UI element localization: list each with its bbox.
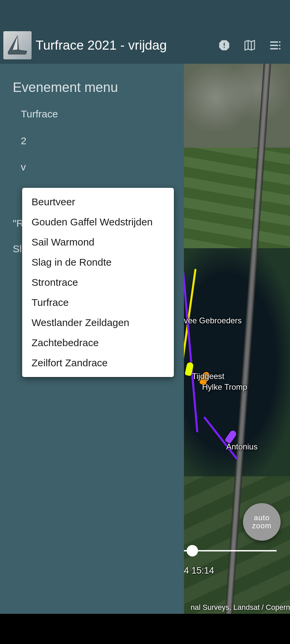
dropdown-item[interactable]: Beurtveer [22, 192, 174, 212]
svg-rect-2 [270, 41, 278, 43]
menu-button[interactable] [269, 39, 282, 52]
nav-bar [0, 614, 290, 644]
map-attribution: nal Surveys, Landsat / Copern [191, 603, 290, 612]
svg-rect-4 [270, 48, 278, 49]
app-logo [3, 31, 32, 59]
status-bar [0, 0, 290, 27]
slider-thumb[interactable] [187, 545, 198, 556]
dropdown-item[interactable]: Gouden Gaffel Wedstrijden [22, 212, 174, 232]
dropdown-item[interactable]: Slag in de Rondte [22, 252, 174, 272]
event-dropdown: Beurtveer Gouden Gaffel Wedstrijden Sail… [22, 188, 174, 377]
map-canvas[interactable]: vee Gebroeders Tijdgeest Hylke Tromp Ant… [184, 64, 290, 614]
map-terrain [184, 64, 290, 148]
map-icon [243, 39, 256, 52]
svg-rect-0 [224, 43, 225, 46]
svg-point-6 [279, 45, 281, 46]
time-display: 4 15:14 [184, 566, 214, 576]
boat-label: Antonius [226, 442, 257, 451]
page-title: Turfrace 2021 - vrijdag [36, 38, 218, 53]
boat-label: vee Gebroeders [184, 316, 242, 325]
boat-label: Hylke Tromp [202, 382, 247, 392]
auto-zoom-button[interactable]: auto zoom [243, 503, 281, 541]
app-bar: Turfrace 2021 - vrijdag [0, 27, 290, 64]
svg-point-7 [279, 48, 281, 50]
svg-rect-1 [224, 47, 225, 48]
dropdown-item[interactable]: Zachtebedrace [22, 333, 174, 353]
sidebar-year-line: 2 [0, 131, 184, 151]
alert-octagon-icon [218, 39, 230, 51]
sidebar-day-line: v [0, 157, 184, 177]
dropdown-item[interactable]: Turfrace [22, 292, 174, 313]
sidebar-title: Evenement menu [0, 73, 184, 104]
dropdown-item[interactable]: Strontrace [22, 272, 174, 292]
time-slider[interactable] [184, 544, 277, 557]
boat-label: Tijdgeest [192, 372, 225, 381]
dropdown-item[interactable]: Sail Warmond [22, 232, 174, 252]
svg-point-5 [279, 41, 281, 43]
sailboat-logo-icon [6, 34, 29, 57]
dropdown-item[interactable]: Zeilfort Zandrace [22, 353, 174, 373]
dropdown-item[interactable]: Westlander Zeildagen [22, 313, 174, 333]
event-selector-label[interactable]: Turfrace [0, 104, 184, 124]
main-content: vee Gebroeders Tijdgeest Hylke Tromp Ant… [0, 64, 290, 614]
alert-button[interactable] [218, 39, 231, 52]
auto-zoom-label: zoom [252, 522, 272, 530]
svg-rect-3 [270, 45, 278, 46]
auto-zoom-label: auto [254, 514, 270, 522]
menu-list-icon [269, 39, 282, 52]
map-button[interactable] [243, 39, 256, 52]
app-actions [218, 39, 287, 52]
map-terrain [184, 148, 290, 248]
